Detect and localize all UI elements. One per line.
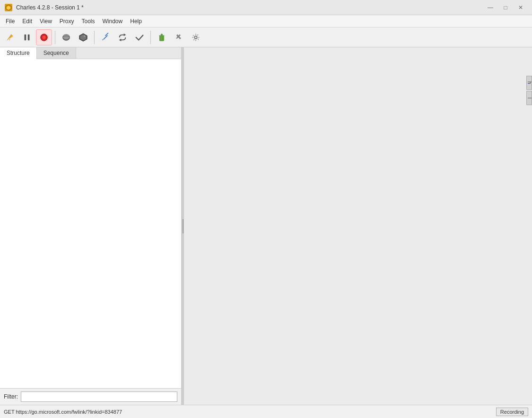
menu-view[interactable]: View <box>36 17 56 26</box>
repeat-button[interactable] <box>114 29 131 45</box>
svg-marker-15 <box>119 38 122 41</box>
maximize-button[interactable]: □ <box>499 3 512 12</box>
right-edge-panel: h l <box>526 76 532 106</box>
toolbar-separator-3 <box>150 31 151 44</box>
svg-rect-16 <box>159 36 164 41</box>
toolbar <box>0 27 532 47</box>
svg-point-7 <box>63 34 70 39</box>
menu-proxy[interactable]: Proxy <box>56 17 78 26</box>
menu-tools[interactable]: Tools <box>78 17 99 26</box>
edge-tab-l[interactable]: l <box>526 91 532 105</box>
recording-badge: Recording <box>496 408 528 416</box>
panel-divider[interactable] <box>182 47 184 405</box>
tools-button[interactable] <box>171 29 187 45</box>
svg-point-5 <box>42 36 45 39</box>
clear-button[interactable] <box>154 29 170 45</box>
stop-recording-button[interactable] <box>36 29 52 45</box>
right-panel <box>184 47 532 405</box>
menu-help[interactable]: Help <box>126 17 146 26</box>
window-controls: — □ ✕ <box>484 3 527 12</box>
compose-button[interactable] <box>97 29 113 45</box>
tree-area[interactable] <box>0 59 181 388</box>
svg-rect-18 <box>161 34 163 35</box>
tab-structure[interactable]: Structure <box>0 47 37 59</box>
svg-marker-14 <box>124 33 126 36</box>
svg-rect-2 <box>25 34 26 40</box>
pause-button[interactable] <box>19 29 35 45</box>
tab-bar: Structure Sequence <box>0 47 181 59</box>
svg-rect-17 <box>159 35 165 36</box>
svg-rect-3 <box>28 34 30 40</box>
settings-button[interactable] <box>188 29 204 45</box>
breakpoints-button[interactable] <box>75 29 91 45</box>
main-content: Structure Sequence Filter: <box>0 47 532 405</box>
filter-label: Filter: <box>4 393 18 400</box>
app-icon <box>5 4 12 11</box>
svg-point-10 <box>84 35 85 36</box>
status-bar: GET https://go.microsoft.com/fwlink/?lin… <box>0 405 532 418</box>
menu-edit[interactable]: Edit <box>18 17 36 26</box>
tab-sequence[interactable]: Sequence <box>37 47 76 59</box>
filter-input[interactable] <box>21 391 177 402</box>
throttle-button[interactable] <box>58 29 74 45</box>
edge-tab-h[interactable]: h <box>526 76 532 90</box>
svg-marker-13 <box>102 39 104 40</box>
close-button[interactable]: ✕ <box>514 3 527 12</box>
filter-bar: Filter: <box>0 388 181 405</box>
minimize-button[interactable]: — <box>484 3 497 12</box>
title-bar: Charles 4.2.8 - Session 1 * — □ ✕ <box>0 0 532 15</box>
start-recording-button[interactable] <box>2 29 18 45</box>
left-panel: Structure Sequence Filter: <box>0 47 182 405</box>
status-text: GET https://go.microsoft.com/fwlink/?lin… <box>4 409 122 415</box>
window-title: Charles 4.2.8 - Session 1 * <box>16 4 484 11</box>
validate-button[interactable] <box>131 29 148 45</box>
menu-window[interactable]: Window <box>99 17 127 26</box>
menu-bar: File Edit View Proxy Tools Window Help <box>0 15 532 27</box>
menu-file[interactable]: File <box>2 17 18 26</box>
toolbar-separator-1 <box>55 31 55 44</box>
toolbar-separator-2 <box>94 31 95 44</box>
svg-point-21 <box>194 36 197 38</box>
